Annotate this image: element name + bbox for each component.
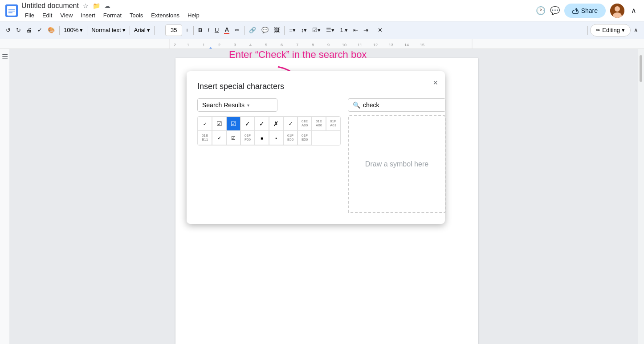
- show-more-button[interactable]: ∧: [632, 24, 640, 36]
- increase-font-button[interactable]: +: [183, 24, 191, 36]
- decrease-font-button[interactable]: −: [157, 24, 165, 36]
- font-size-input[interactable]: [165, 24, 182, 36]
- separator-6: [244, 26, 245, 35]
- menu-format[interactable]: Format: [100, 11, 125, 20]
- svg-text:14: 14: [404, 43, 409, 47]
- zoom-value: 100%: [64, 27, 78, 33]
- dropdown-chevron-icon: ▾: [247, 103, 249, 108]
- dialog-title: Insert special characters: [197, 82, 434, 91]
- indent-right-button[interactable]: ⇥: [361, 24, 371, 36]
- scrollbar[interactable]: [638, 49, 644, 344]
- bold-button[interactable]: B: [196, 24, 204, 36]
- menu-insert[interactable]: Insert: [77, 11, 99, 20]
- highlight-button[interactable]: ✏: [232, 24, 242, 36]
- symbol-grid-7[interactable]: 01FE56: [298, 131, 312, 145]
- scroll-thumb[interactable]: [640, 55, 642, 82]
- checklist-button[interactable]: ☑▾: [310, 24, 323, 36]
- history-icon[interactable]: 🕐: [536, 6, 546, 16]
- svg-text:11: 11: [358, 43, 362, 47]
- symbol-checkbox-outline[interactable]: ☑: [212, 117, 226, 131]
- symbol-checkmark-3[interactable]: ✓: [212, 131, 226, 145]
- editing-select[interactable]: ✏ Editing ▾: [590, 24, 631, 36]
- clear-format-button[interactable]: ✕: [375, 24, 385, 36]
- svg-text:1: 1: [187, 43, 189, 47]
- dialog-close-button[interactable]: ×: [433, 78, 438, 88]
- symbol-checkmark-small[interactable]: ✓: [198, 117, 212, 131]
- page-area[interactable]: Enter “Check” in the search box Insert s…: [10, 49, 644, 344]
- symbol-grid-1[interactable]: 01EA00: [298, 117, 312, 131]
- insert-special-chars-dialog: Insert special characters × Search Resul…: [187, 71, 445, 224]
- zoom-select[interactable]: 100% ▾: [62, 24, 85, 36]
- line-spacing-button[interactable]: ↕▾: [299, 24, 310, 36]
- user-avatar[interactable]: [610, 4, 624, 18]
- search-input[interactable]: [363, 101, 441, 109]
- collapse-button[interactable]: ∧: [629, 4, 639, 17]
- main-area: ☰ Enter “Check” in the search box Insert…: [0, 49, 644, 344]
- comment-button[interactable]: 💬: [259, 24, 271, 36]
- doc-title-row: Untitled document ☆ 📁 ☁: [21, 1, 532, 10]
- symbol-check-cal[interactable]: ✓: [283, 117, 298, 131]
- star-icon[interactable]: ☆: [82, 1, 90, 10]
- toolbar: ↺ ↻ 🖨 ✓ 🎨 100% ▾ Normal text ▾ Arial ▾ −…: [0, 21, 644, 39]
- menu-edit[interactable]: Edit: [39, 11, 56, 20]
- symbol-checkmark-1[interactable]: ✓: [240, 117, 255, 131]
- svg-text:13: 13: [389, 43, 393, 47]
- text-color-button[interactable]: A: [222, 24, 232, 36]
- title-icons: ☆ 📁 ☁: [82, 1, 112, 10]
- symbol-black-square-2[interactable]: ▪: [269, 131, 283, 145]
- search-results-dropdown[interactable]: Search Results ▾: [197, 98, 277, 112]
- menu-extensions[interactable]: Extensions: [147, 11, 183, 20]
- share-button[interactable]: Share: [564, 4, 606, 18]
- undo-button[interactable]: ↺: [4, 24, 13, 36]
- separator-1: [59, 26, 60, 35]
- separator-4: [154, 26, 155, 35]
- italic-button[interactable]: I: [205, 24, 212, 36]
- list-button[interactable]: ☰▾: [324, 24, 337, 36]
- symbol-grid-4[interactable]: 01EB11: [198, 131, 212, 145]
- svg-rect-3: [8, 12, 12, 13]
- symbol-grid-3[interactable]: 01FA01: [326, 117, 340, 131]
- comment-icon[interactable]: 💬: [550, 6, 560, 16]
- svg-text:15: 15: [420, 43, 424, 47]
- sidebar: ☰: [0, 49, 10, 344]
- style-select[interactable]: Normal text ▾: [90, 24, 127, 36]
- ruler-svg: 2 1 1 2 3 4 5 6 7 8 9 10 11 12 13 14 15: [0, 39, 644, 49]
- dialog-body: Search Results ▾ ✓ ☑ ☑ ✓ ✓: [197, 98, 434, 213]
- menu-tools[interactable]: Tools: [126, 11, 147, 20]
- cloud-icon[interactable]: ☁: [103, 1, 112, 10]
- annotation-text: Enter “Check” in the search box: [229, 49, 367, 61]
- align-button[interactable]: ≡▾: [287, 24, 298, 36]
- print-button[interactable]: 🖨: [24, 24, 34, 36]
- underline-button[interactable]: U: [212, 24, 221, 36]
- svg-text:2: 2: [218, 43, 220, 47]
- indent-left-button[interactable]: ⇤: [351, 24, 360, 36]
- svg-text:9: 9: [327, 43, 330, 47]
- symbol-row-2: 01EB11 ✓ ☑ 01FF00 ■ ▪ 01FE56 01FE56: [198, 131, 340, 145]
- symbol-checkbox-green[interactable]: ☑: [226, 117, 240, 131]
- list-num-button[interactable]: 1.▾: [338, 24, 350, 36]
- menu-view[interactable]: View: [57, 11, 76, 20]
- outline-icon[interactable]: ☰: [2, 53, 8, 61]
- symbol-grid-2[interactable]: 01EA00: [312, 117, 326, 131]
- title-section: Untitled document ☆ 📁 ☁ File Edit View I…: [21, 1, 532, 20]
- folder-icon[interactable]: 📁: [92, 1, 101, 10]
- symbol-grid-5[interactable]: 01FF00: [240, 131, 255, 145]
- spellcheck-button[interactable]: ✓: [35, 24, 45, 36]
- menu-help[interactable]: Help: [184, 11, 203, 20]
- symbol-black-square[interactable]: ■: [255, 131, 269, 145]
- paint-format-button[interactable]: 🎨: [45, 24, 57, 36]
- separator-2: [87, 26, 87, 35]
- search-results-label: Search Results: [202, 101, 245, 109]
- share-label: Share: [581, 7, 598, 14]
- symbol-checkbox-sm[interactable]: ☑: [226, 131, 240, 145]
- font-select[interactable]: Arial ▾: [132, 24, 152, 36]
- redo-button[interactable]: ↻: [14, 24, 23, 36]
- symbol-checkmark-2[interactable]: ✓: [255, 117, 269, 131]
- menu-file[interactable]: File: [21, 11, 38, 20]
- image-button[interactable]: 🖼: [272, 24, 282, 36]
- link-button[interactable]: 🔗: [247, 24, 258, 36]
- symbol-grid-6[interactable]: 01FE56: [283, 131, 298, 145]
- symbol-cross[interactable]: ✗: [269, 117, 283, 131]
- doc-title-text[interactable]: Untitled document: [21, 2, 79, 10]
- draw-area[interactable]: Draw a symbol here: [348, 115, 446, 213]
